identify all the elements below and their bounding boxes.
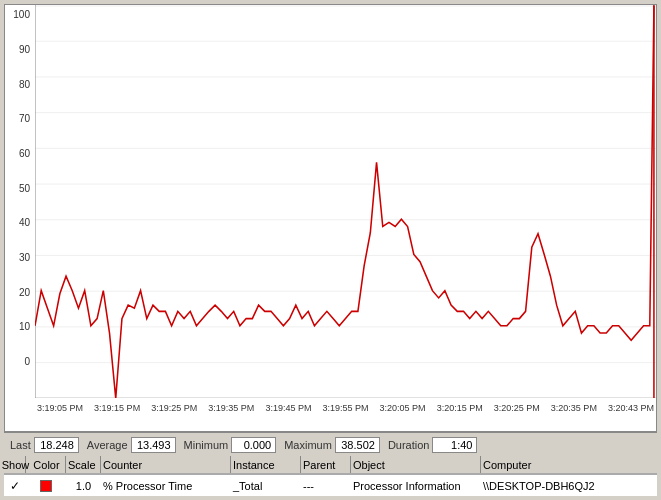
row-color — [26, 480, 66, 492]
parent-header-label: Parent — [303, 459, 335, 471]
stat-group-average: Average 13.493 — [87, 437, 176, 453]
row-counter: % Processor Time — [101, 480, 231, 492]
average-label: Average — [87, 439, 128, 451]
object-value: Processor Information — [353, 480, 461, 492]
parent-value: --- — [303, 480, 314, 492]
stat-group-last: Last 18.248 — [10, 437, 79, 453]
object-header-label: Object — [353, 459, 385, 471]
y-label-20: 20 — [7, 287, 33, 298]
y-label-10: 10 — [7, 321, 33, 332]
y-label-50: 50 — [7, 183, 33, 194]
x-label-8: 3:20:25 PM — [494, 403, 540, 413]
computer-value: \\DESKTOP-DBH6QJ2 — [483, 480, 595, 492]
row-scale: 1.0 — [66, 480, 101, 492]
col-header-counter: Counter — [101, 456, 231, 473]
instance-header-label: Instance — [233, 459, 275, 471]
stat-group-duration: Duration 1:40 — [388, 437, 478, 453]
x-label-1: 3:19:15 PM — [94, 403, 140, 413]
y-label-100: 100 — [7, 9, 33, 20]
instance-value: _Total — [233, 480, 262, 492]
x-label-10: 3:20:43 PM — [608, 403, 654, 413]
scale-header-label: Scale — [68, 459, 96, 471]
row-check[interactable]: ✓ — [4, 479, 26, 493]
x-labels: 3:19:05 PM 3:19:15 PM 3:19:25 PM 3:19:35… — [35, 403, 656, 413]
duration-label: Duration — [388, 439, 430, 451]
row-object: Processor Information — [351, 480, 481, 492]
computer-header-label: Computer — [483, 459, 531, 471]
x-label-5: 3:19:55 PM — [322, 403, 368, 413]
x-label-0: 3:19:05 PM — [37, 403, 83, 413]
checkmark-icon: ✓ — [10, 479, 20, 493]
duration-value: 1:40 — [432, 437, 477, 453]
y-label-30: 30 — [7, 252, 33, 263]
chart-svg — [35, 5, 656, 398]
x-label-2: 3:19:25 PM — [151, 403, 197, 413]
x-label-3: 3:19:35 PM — [208, 403, 254, 413]
row-instance: _Total — [231, 480, 301, 492]
x-axis: 3:19:05 PM 3:19:15 PM 3:19:25 PM 3:19:35… — [5, 401, 656, 431]
y-label-70: 70 — [7, 113, 33, 124]
maximum-label: Maximum — [284, 439, 332, 451]
y-label-40: 40 — [7, 217, 33, 228]
last-label: Last — [10, 439, 31, 451]
data-line — [35, 6, 654, 398]
color-header-label: Color — [33, 459, 59, 471]
scale-value: 1.0 — [76, 480, 91, 492]
row-computer: \\DESKTOP-DBH6QJ2 — [481, 480, 657, 492]
col-header-parent: Parent — [301, 456, 351, 473]
stat-group-minimum: Minimum 0.000 — [184, 437, 277, 453]
y-label-90: 90 — [7, 44, 33, 55]
x-label-9: 3:20:35 PM — [551, 403, 597, 413]
chart-area: 0 10 20 30 40 50 60 70 80 90 100 — [4, 4, 657, 432]
last-value: 18.248 — [34, 437, 79, 453]
chart-canvas-wrapper: 0 10 20 30 40 50 60 70 80 90 100 — [5, 5, 656, 401]
data-row[interactable]: ✓ 1.0 % Processor Time _Total --- Proces… — [4, 474, 657, 496]
x-label-7: 3:20:15 PM — [437, 403, 483, 413]
col-header-color: Color — [26, 456, 66, 473]
counter-header-label: Counter — [103, 459, 142, 471]
col-header-show: Show — [4, 456, 26, 473]
stat-group-maximum: Maximum 38.502 — [284, 437, 380, 453]
col-header-scale: Scale — [66, 456, 101, 473]
maximum-value: 38.502 — [335, 437, 380, 453]
stats-bar: Last 18.248 Average 13.493 Minimum 0.000… — [4, 432, 657, 456]
average-value: 13.493 — [131, 437, 176, 453]
y-label-80: 80 — [7, 79, 33, 90]
col-header-instance: Instance — [231, 456, 301, 473]
y-axis: 0 10 20 30 40 50 60 70 80 90 100 — [5, 5, 35, 371]
y-label-60: 60 — [7, 148, 33, 159]
minimum-value: 0.000 — [231, 437, 276, 453]
row-parent: --- — [301, 480, 351, 492]
minimum-label: Minimum — [184, 439, 229, 451]
color-swatch — [40, 480, 52, 492]
main-container: 0 10 20 30 40 50 60 70 80 90 100 — [0, 0, 661, 500]
y-label-0: 0 — [7, 356, 33, 367]
header-row: Show Color Scale Counter Instance Parent… — [4, 456, 657, 474]
counter-value: % Processor Time — [103, 480, 192, 492]
x-label-4: 3:19:45 PM — [265, 403, 311, 413]
col-header-computer: Computer — [481, 456, 657, 473]
col-header-object: Object — [351, 456, 481, 473]
x-label-6: 3:20:05 PM — [380, 403, 426, 413]
